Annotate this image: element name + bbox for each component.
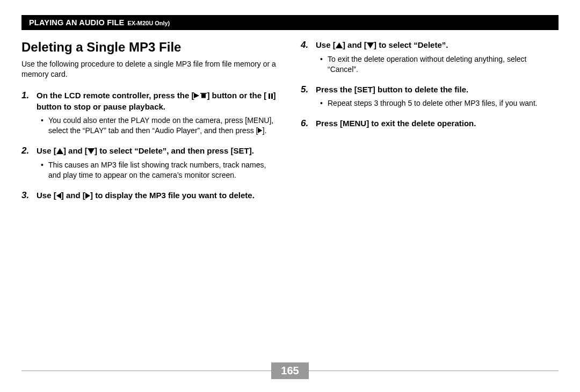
left-column: Deleting a Single MP3 File Use the follo… bbox=[21, 40, 279, 205]
bullet-icon: • bbox=[41, 115, 44, 136]
bullet-icon: • bbox=[320, 98, 323, 108]
step-5-sub-text: Repeat steps 3 through 5 to delete other… bbox=[328, 98, 538, 108]
step-text-fragment: Use [ bbox=[37, 146, 56, 155]
down-arrow-icon bbox=[367, 40, 374, 51]
step-number: 4. bbox=[301, 40, 310, 50]
step-5: 5. Press the [SET] button to delete the … bbox=[301, 84, 559, 95]
step-5-text: Press the [SET] button to delete the fil… bbox=[316, 84, 559, 95]
bullet-icon: • bbox=[41, 160, 44, 180]
step-2: 2. Use [] and [] to select “Delete”, and… bbox=[21, 146, 279, 157]
bullet-icon: • bbox=[320, 54, 323, 75]
up-arrow-icon bbox=[336, 40, 343, 51]
step-number: 5. bbox=[301, 84, 310, 95]
section-header-bar: PLAYING AN AUDIO FILE EX-M20U Only) bbox=[21, 15, 559, 30]
header-subtitle: EX-M20U Only) bbox=[127, 20, 170, 26]
right-arrow-icon bbox=[258, 126, 262, 135]
footer-rule-right bbox=[309, 371, 559, 372]
step-1: 1. On the LCD remote controller, press t… bbox=[21, 90, 279, 113]
step-1-text: On the LCD remote controller, press the … bbox=[37, 90, 279, 113]
header-title: PLAYING AN AUDIO FILE bbox=[29, 18, 124, 27]
right-arrow-icon bbox=[85, 191, 90, 201]
step-text-fragment: ] to select “Delete”. bbox=[374, 40, 448, 49]
step-text-fragment: ] to select “Delete”, and then press [SE… bbox=[95, 146, 254, 155]
sub-text-fragment: ]. bbox=[263, 126, 267, 135]
step-number: 2. bbox=[21, 146, 31, 156]
step-text-fragment: On the LCD remote controller, press the … bbox=[37, 91, 194, 100]
step-number: 3. bbox=[21, 190, 31, 201]
down-arrow-icon bbox=[88, 146, 95, 157]
right-column: 4. Use [] and [] to select “Delete”. • T… bbox=[301, 40, 559, 205]
step-text-fragment: ] and [ bbox=[343, 40, 367, 49]
step-text-fragment: ] and [ bbox=[63, 146, 88, 155]
page-number: 165 bbox=[271, 362, 308, 379]
manual-page: PLAYING AN AUDIO FILE EX-M20U Only) Dele… bbox=[0, 0, 580, 392]
page-footer: 165 bbox=[21, 362, 559, 379]
step-4: 4. Use [] and [] to select “Delete”. bbox=[301, 40, 559, 51]
step-text-fragment: ] button or the [ bbox=[207, 91, 266, 100]
step-text-fragment: Use [ bbox=[37, 191, 56, 200]
step-6-text: Press [MENU] to exit the delete operatio… bbox=[316, 118, 559, 129]
step-3: 3. Use [] and [] to display the MP3 file… bbox=[21, 190, 279, 201]
step-1-sub-text: You could also enter the PLAY mode on th… bbox=[48, 115, 279, 136]
step-2-text: Use [] and [] to select “Delete”, and th… bbox=[37, 146, 279, 157]
step-text-fragment: ] to display the MP3 file you want to de… bbox=[90, 191, 255, 200]
step-number: 1. bbox=[21, 90, 31, 101]
step-text-fragment: Use [ bbox=[316, 40, 336, 49]
sub-text-fragment: You could also enter the PLAY mode on th… bbox=[48, 116, 273, 135]
step-4-text: Use [] and [] to select “Delete”. bbox=[316, 40, 559, 51]
step-6: 6. Press [MENU] to exit the delete opera… bbox=[301, 118, 559, 129]
footer-rule-left bbox=[21, 371, 271, 372]
step-number: 6. bbox=[301, 118, 310, 129]
two-column-content: Deleting a Single MP3 File Use the follo… bbox=[21, 30, 559, 205]
intro-paragraph: Use the following procedure to delete a … bbox=[21, 59, 279, 79]
step-5-sub: • Repeat steps 3 through 5 to delete oth… bbox=[320, 98, 559, 108]
step-2-sub-text: This causes an MP3 file list showing tra… bbox=[48, 160, 279, 180]
step-4-sub: • To exit the delete operation without d… bbox=[320, 54, 559, 75]
step-4-sub-text: To exit the delete operation without del… bbox=[328, 54, 559, 75]
step-1-sub: • You could also enter the PLAY mode on … bbox=[41, 115, 279, 136]
up-arrow-icon bbox=[56, 146, 63, 157]
step-3-text: Use [] and [] to display the MP3 file yo… bbox=[37, 190, 279, 201]
step-text-fragment: ] and [ bbox=[61, 191, 85, 200]
page-title: Deleting a Single MP3 File bbox=[21, 40, 279, 55]
play-stop-icon bbox=[194, 91, 207, 101]
step-2-sub: • This causes an MP3 file list showing t… bbox=[41, 160, 279, 180]
left-arrow-icon bbox=[56, 191, 61, 201]
